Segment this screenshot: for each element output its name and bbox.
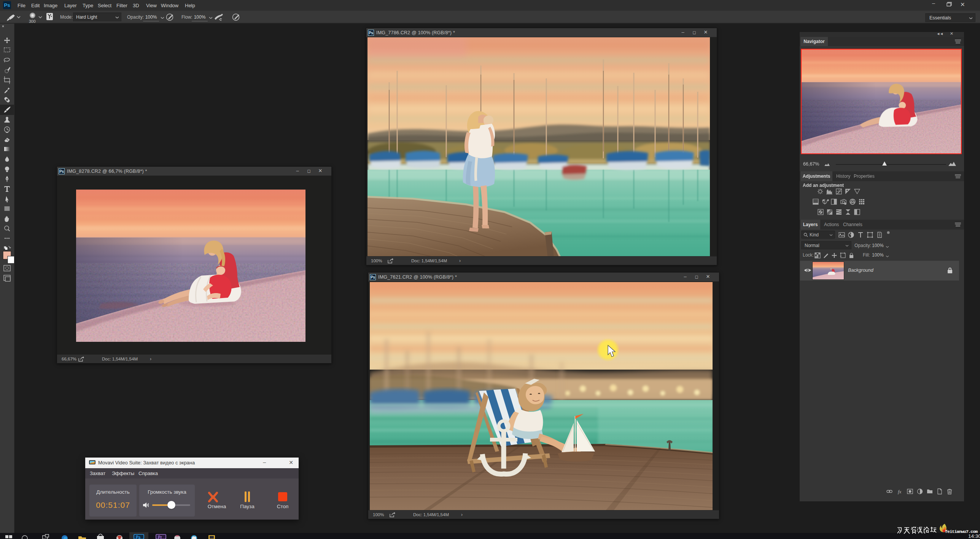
svg-text:Ps: Ps: [136, 535, 141, 539]
svg-text:fx: fx: [898, 489, 902, 494]
svg-text:Pr: Pr: [158, 535, 162, 539]
